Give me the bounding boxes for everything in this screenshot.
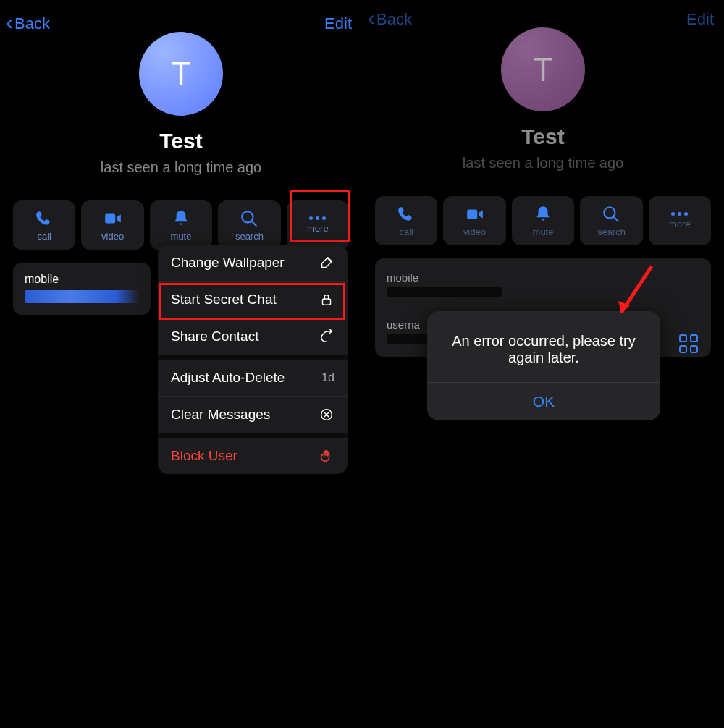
menu-start-secret-chat[interactable]: Start Secret Chat bbox=[158, 282, 348, 318]
more-menu: Change Wallpaper Start Secret Chat Share… bbox=[158, 245, 348, 474]
phone-icon bbox=[397, 205, 416, 224]
back-label: Back bbox=[14, 14, 50, 33]
search-icon bbox=[602, 205, 620, 224]
qr-icon[interactable] bbox=[679, 334, 698, 353]
brush-icon bbox=[319, 255, 334, 271]
back-button[interactable]: ‹ Back bbox=[6, 13, 50, 35]
back-label: Back bbox=[376, 10, 412, 29]
edit-button[interactable]: Edit bbox=[686, 10, 714, 29]
clear-icon bbox=[319, 407, 334, 423]
action-row: call video mute search more bbox=[0, 176, 362, 250]
profile-header: T Test last seen a long time ago bbox=[362, 27, 724, 172]
menu-label: Block User bbox=[171, 448, 237, 464]
menu-clear-messages[interactable]: Clear Messages bbox=[158, 397, 348, 438]
auto-delete-value: 1d bbox=[321, 371, 334, 384]
chevron-left-icon: ‹ bbox=[6, 10, 13, 35]
menu-label: Clear Messages bbox=[171, 407, 270, 423]
search-button[interactable]: search bbox=[580, 196, 642, 245]
contact-status: last seen a long time ago bbox=[463, 155, 623, 172]
svg-rect-0 bbox=[105, 213, 115, 223]
avatar[interactable]: T bbox=[139, 32, 223, 116]
more-label: more bbox=[307, 223, 329, 234]
bell-icon bbox=[172, 209, 190, 228]
svg-rect-3 bbox=[323, 299, 331, 305]
edit-button[interactable]: Edit bbox=[324, 14, 352, 33]
svg-rect-5 bbox=[467, 209, 477, 219]
search-button[interactable]: search bbox=[218, 200, 280, 250]
video-label: video bbox=[101, 231, 124, 242]
back-button[interactable]: ‹ Back bbox=[368, 9, 412, 30]
menu-label: Adjust Auto-Delete bbox=[171, 370, 285, 386]
search-label: search bbox=[597, 227, 626, 237]
right-screenshot: ‹ Back Edit T Test last seen a long time… bbox=[362, 0, 724, 728]
contact-name: Test bbox=[159, 129, 202, 153]
menu-adjust-auto-delete[interactable]: Adjust Auto-Delete 1d bbox=[158, 360, 348, 397]
svg-line-2 bbox=[252, 221, 257, 226]
contact-name: Test bbox=[521, 124, 564, 149]
menu-label: Change Wallpaper bbox=[171, 255, 285, 271]
lock-icon bbox=[319, 292, 334, 308]
menu-change-wallpaper[interactable]: Change Wallpaper bbox=[158, 245, 348, 282]
more-icon bbox=[309, 216, 326, 220]
bell-icon bbox=[534, 205, 552, 224]
error-dialog: An error occurred, please try again late… bbox=[427, 311, 660, 420]
avatar[interactable]: T bbox=[501, 27, 585, 111]
redacted-phone bbox=[387, 287, 502, 297]
more-button[interactable]: more bbox=[287, 200, 349, 250]
mobile-label: mobile bbox=[387, 271, 699, 284]
redacted-phone bbox=[25, 290, 139, 303]
avatar-initial: T bbox=[171, 54, 191, 93]
more-icon bbox=[671, 212, 688, 216]
video-button[interactable]: video bbox=[81, 200, 143, 250]
hand-icon bbox=[319, 448, 334, 464]
action-row: call video mute search more bbox=[362, 172, 724, 245]
more-button[interactable]: more bbox=[649, 196, 711, 245]
avatar-initial: T bbox=[533, 50, 553, 89]
profile-header: T Test last seen a long time ago bbox=[0, 32, 362, 176]
more-label: more bbox=[669, 219, 691, 229]
dialog-ok-button[interactable]: OK bbox=[427, 383, 660, 420]
mute-button[interactable]: mute bbox=[150, 200, 212, 250]
left-screenshot: ‹ Back Edit T Test last seen a long time… bbox=[0, 0, 362, 728]
svg-line-7 bbox=[614, 216, 619, 221]
call-button[interactable]: call bbox=[13, 200, 75, 250]
contact-status: last seen a long time ago bbox=[101, 159, 261, 176]
search-label: search bbox=[235, 231, 264, 242]
share-icon bbox=[319, 329, 334, 344]
menu-block-user[interactable]: Block User bbox=[158, 438, 348, 474]
video-button[interactable]: video bbox=[443, 196, 505, 245]
phone-icon bbox=[35, 209, 54, 228]
menu-label: Start Secret Chat bbox=[171, 292, 277, 308]
mobile-label: mobile bbox=[25, 273, 139, 286]
mobile-card: mobile bbox=[13, 263, 151, 315]
menu-label: Share Contact bbox=[171, 329, 258, 344]
call-label: call bbox=[399, 227, 413, 237]
mute-button[interactable]: mute bbox=[512, 196, 574, 245]
video-label: video bbox=[463, 227, 486, 237]
chevron-left-icon: ‹ bbox=[368, 6, 375, 30]
mute-label: mute bbox=[171, 231, 192, 242]
mobile-row[interactable]: mobile bbox=[387, 267, 699, 301]
call-label: call bbox=[37, 231, 51, 242]
video-icon bbox=[104, 209, 122, 228]
menu-share-contact[interactable]: Share Contact bbox=[158, 318, 348, 360]
video-icon bbox=[466, 205, 484, 224]
mute-label: mute bbox=[533, 227, 554, 237]
dialog-message: An error occurred, please try again late… bbox=[427, 311, 660, 383]
search-icon bbox=[240, 209, 258, 228]
call-button[interactable]: call bbox=[375, 196, 437, 245]
